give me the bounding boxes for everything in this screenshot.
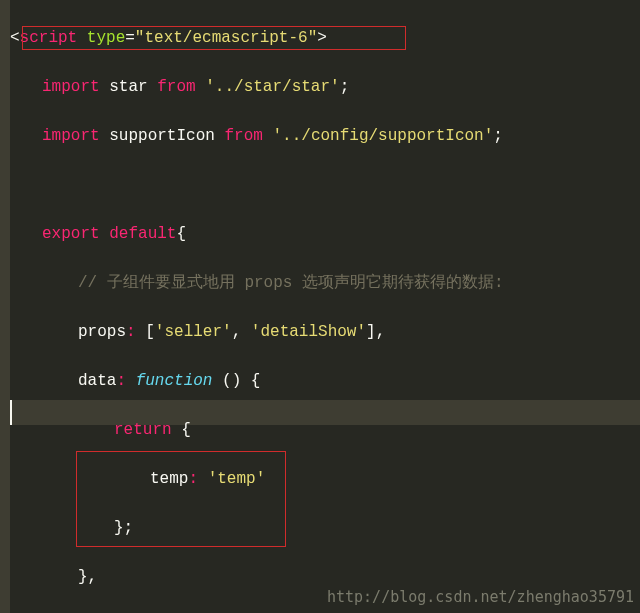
code-line: props: ['seller', 'detailShow'], — [10, 320, 640, 345]
code-line — [10, 173, 640, 198]
code-editor[interactable]: <script type="text/ecmascript-6"> import… — [0, 0, 640, 613]
watermark: http://blog.csdn.net/zhenghao35791 — [327, 585, 634, 609]
code-line: temp: 'temp' — [10, 467, 640, 492]
code-line: data: function () { — [10, 369, 640, 394]
code-line: // 子组件要显式地用 props 选项声明它期待获得的数据: — [10, 271, 640, 296]
code-line: export default{ — [10, 222, 640, 247]
code-line: import supportIcon from '../config/suppo… — [10, 124, 640, 149]
code-line: <script type="text/ecmascript-6"> — [10, 26, 640, 51]
code-line: }; — [10, 516, 640, 541]
code-line: import star from '../star/star'; — [10, 75, 640, 100]
code-line: return { — [10, 418, 640, 443]
